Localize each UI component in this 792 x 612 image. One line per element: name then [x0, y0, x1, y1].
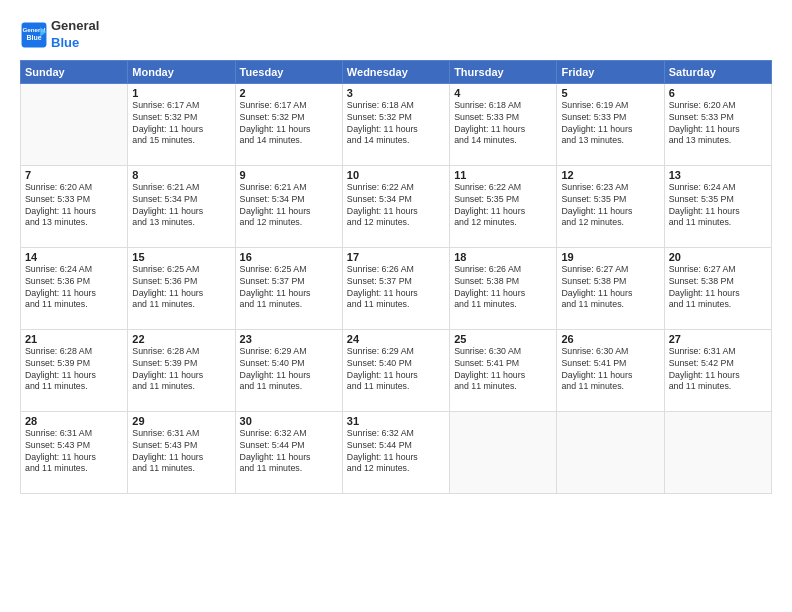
day-number: 20 — [669, 251, 767, 263]
weekday-header-sunday: Sunday — [21, 60, 128, 83]
cell-info: Sunrise: 6:31 AMSunset: 5:42 PMDaylight:… — [669, 346, 767, 394]
calendar-cell: 30Sunrise: 6:32 AMSunset: 5:44 PMDayligh… — [235, 411, 342, 493]
cell-info: Sunrise: 6:22 AMSunset: 5:35 PMDaylight:… — [454, 182, 552, 230]
calendar-cell: 23Sunrise: 6:29 AMSunset: 5:40 PMDayligh… — [235, 329, 342, 411]
calendar-cell: 7Sunrise: 6:20 AMSunset: 5:33 PMDaylight… — [21, 165, 128, 247]
weekday-header-row: SundayMondayTuesdayWednesdayThursdayFrid… — [21, 60, 772, 83]
cell-info: Sunrise: 6:20 AMSunset: 5:33 PMDaylight:… — [25, 182, 123, 230]
calendar-cell: 10Sunrise: 6:22 AMSunset: 5:34 PMDayligh… — [342, 165, 449, 247]
cell-info: Sunrise: 6:17 AMSunset: 5:32 PMDaylight:… — [132, 100, 230, 148]
cell-info: Sunrise: 6:23 AMSunset: 5:35 PMDaylight:… — [561, 182, 659, 230]
calendar-cell: 12Sunrise: 6:23 AMSunset: 5:35 PMDayligh… — [557, 165, 664, 247]
calendar-cell: 3Sunrise: 6:18 AMSunset: 5:32 PMDaylight… — [342, 83, 449, 165]
cell-info: Sunrise: 6:31 AMSunset: 5:43 PMDaylight:… — [132, 428, 230, 476]
calendar-cell: 31Sunrise: 6:32 AMSunset: 5:44 PMDayligh… — [342, 411, 449, 493]
calendar-cell — [557, 411, 664, 493]
calendar-cell: 8Sunrise: 6:21 AMSunset: 5:34 PMDaylight… — [128, 165, 235, 247]
cell-info: Sunrise: 6:21 AMSunset: 5:34 PMDaylight:… — [132, 182, 230, 230]
svg-text:Blue: Blue — [26, 34, 41, 41]
day-number: 29 — [132, 415, 230, 427]
calendar-cell — [664, 411, 771, 493]
day-number: 21 — [25, 333, 123, 345]
day-number: 13 — [669, 169, 767, 181]
calendar-cell: 20Sunrise: 6:27 AMSunset: 5:38 PMDayligh… — [664, 247, 771, 329]
day-number: 7 — [25, 169, 123, 181]
day-number: 18 — [454, 251, 552, 263]
header: General Blue General Blue — [20, 18, 772, 52]
calendar-cell: 29Sunrise: 6:31 AMSunset: 5:43 PMDayligh… — [128, 411, 235, 493]
weekday-header-monday: Monday — [128, 60, 235, 83]
day-number: 10 — [347, 169, 445, 181]
calendar-cell: 13Sunrise: 6:24 AMSunset: 5:35 PMDayligh… — [664, 165, 771, 247]
logo-icon: General Blue — [20, 21, 48, 49]
day-number: 17 — [347, 251, 445, 263]
day-number: 11 — [454, 169, 552, 181]
weekday-header-tuesday: Tuesday — [235, 60, 342, 83]
calendar-cell: 11Sunrise: 6:22 AMSunset: 5:35 PMDayligh… — [450, 165, 557, 247]
day-number: 9 — [240, 169, 338, 181]
day-number: 22 — [132, 333, 230, 345]
calendar-cell: 21Sunrise: 6:28 AMSunset: 5:39 PMDayligh… — [21, 329, 128, 411]
calendar-cell: 14Sunrise: 6:24 AMSunset: 5:36 PMDayligh… — [21, 247, 128, 329]
cell-info: Sunrise: 6:24 AMSunset: 5:36 PMDaylight:… — [25, 264, 123, 312]
cell-info: Sunrise: 6:19 AMSunset: 5:33 PMDaylight:… — [561, 100, 659, 148]
calendar-cell — [21, 83, 128, 165]
cell-info: Sunrise: 6:25 AMSunset: 5:36 PMDaylight:… — [132, 264, 230, 312]
day-number: 1 — [132, 87, 230, 99]
day-number: 3 — [347, 87, 445, 99]
cell-info: Sunrise: 6:27 AMSunset: 5:38 PMDaylight:… — [561, 264, 659, 312]
day-number: 23 — [240, 333, 338, 345]
calendar-cell: 27Sunrise: 6:31 AMSunset: 5:42 PMDayligh… — [664, 329, 771, 411]
week-row-1: 7Sunrise: 6:20 AMSunset: 5:33 PMDaylight… — [21, 165, 772, 247]
cell-info: Sunrise: 6:18 AMSunset: 5:32 PMDaylight:… — [347, 100, 445, 148]
calendar-cell: 25Sunrise: 6:30 AMSunset: 5:41 PMDayligh… — [450, 329, 557, 411]
calendar-cell: 22Sunrise: 6:28 AMSunset: 5:39 PMDayligh… — [128, 329, 235, 411]
calendar-cell: 19Sunrise: 6:27 AMSunset: 5:38 PMDayligh… — [557, 247, 664, 329]
day-number: 6 — [669, 87, 767, 99]
weekday-header-wednesday: Wednesday — [342, 60, 449, 83]
week-row-2: 14Sunrise: 6:24 AMSunset: 5:36 PMDayligh… — [21, 247, 772, 329]
cell-info: Sunrise: 6:28 AMSunset: 5:39 PMDaylight:… — [132, 346, 230, 394]
calendar-cell: 15Sunrise: 6:25 AMSunset: 5:36 PMDayligh… — [128, 247, 235, 329]
cell-info: Sunrise: 6:28 AMSunset: 5:39 PMDaylight:… — [25, 346, 123, 394]
cell-info: Sunrise: 6:26 AMSunset: 5:37 PMDaylight:… — [347, 264, 445, 312]
day-number: 19 — [561, 251, 659, 263]
cell-info: Sunrise: 6:27 AMSunset: 5:38 PMDaylight:… — [669, 264, 767, 312]
calendar-cell: 16Sunrise: 6:25 AMSunset: 5:37 PMDayligh… — [235, 247, 342, 329]
calendar-cell: 5Sunrise: 6:19 AMSunset: 5:33 PMDaylight… — [557, 83, 664, 165]
day-number: 8 — [132, 169, 230, 181]
calendar-cell: 18Sunrise: 6:26 AMSunset: 5:38 PMDayligh… — [450, 247, 557, 329]
day-number: 25 — [454, 333, 552, 345]
cell-info: Sunrise: 6:17 AMSunset: 5:32 PMDaylight:… — [240, 100, 338, 148]
day-number: 24 — [347, 333, 445, 345]
cell-info: Sunrise: 6:21 AMSunset: 5:34 PMDaylight:… — [240, 182, 338, 230]
cell-info: Sunrise: 6:29 AMSunset: 5:40 PMDaylight:… — [347, 346, 445, 394]
cell-info: Sunrise: 6:18 AMSunset: 5:33 PMDaylight:… — [454, 100, 552, 148]
cell-info: Sunrise: 6:20 AMSunset: 5:33 PMDaylight:… — [669, 100, 767, 148]
cell-info: Sunrise: 6:31 AMSunset: 5:43 PMDaylight:… — [25, 428, 123, 476]
weekday-header-saturday: Saturday — [664, 60, 771, 83]
cell-info: Sunrise: 6:29 AMSunset: 5:40 PMDaylight:… — [240, 346, 338, 394]
week-row-4: 28Sunrise: 6:31 AMSunset: 5:43 PMDayligh… — [21, 411, 772, 493]
weekday-header-thursday: Thursday — [450, 60, 557, 83]
cell-info: Sunrise: 6:22 AMSunset: 5:34 PMDaylight:… — [347, 182, 445, 230]
cell-info: Sunrise: 6:26 AMSunset: 5:38 PMDaylight:… — [454, 264, 552, 312]
calendar-cell: 28Sunrise: 6:31 AMSunset: 5:43 PMDayligh… — [21, 411, 128, 493]
day-number: 28 — [25, 415, 123, 427]
cell-info: Sunrise: 6:30 AMSunset: 5:41 PMDaylight:… — [454, 346, 552, 394]
day-number: 27 — [669, 333, 767, 345]
day-number: 15 — [132, 251, 230, 263]
calendar-cell: 26Sunrise: 6:30 AMSunset: 5:41 PMDayligh… — [557, 329, 664, 411]
week-row-0: 1Sunrise: 6:17 AMSunset: 5:32 PMDaylight… — [21, 83, 772, 165]
calendar-cell — [450, 411, 557, 493]
cell-info: Sunrise: 6:32 AMSunset: 5:44 PMDaylight:… — [347, 428, 445, 476]
day-number: 14 — [25, 251, 123, 263]
page: General Blue General Blue SundayMondayTu… — [0, 0, 792, 612]
calendar-table: SundayMondayTuesdayWednesdayThursdayFrid… — [20, 60, 772, 494]
weekday-header-friday: Friday — [557, 60, 664, 83]
cell-info: Sunrise: 6:25 AMSunset: 5:37 PMDaylight:… — [240, 264, 338, 312]
cell-info: Sunrise: 6:24 AMSunset: 5:35 PMDaylight:… — [669, 182, 767, 230]
calendar-cell: 24Sunrise: 6:29 AMSunset: 5:40 PMDayligh… — [342, 329, 449, 411]
calendar-cell: 17Sunrise: 6:26 AMSunset: 5:37 PMDayligh… — [342, 247, 449, 329]
day-number: 16 — [240, 251, 338, 263]
